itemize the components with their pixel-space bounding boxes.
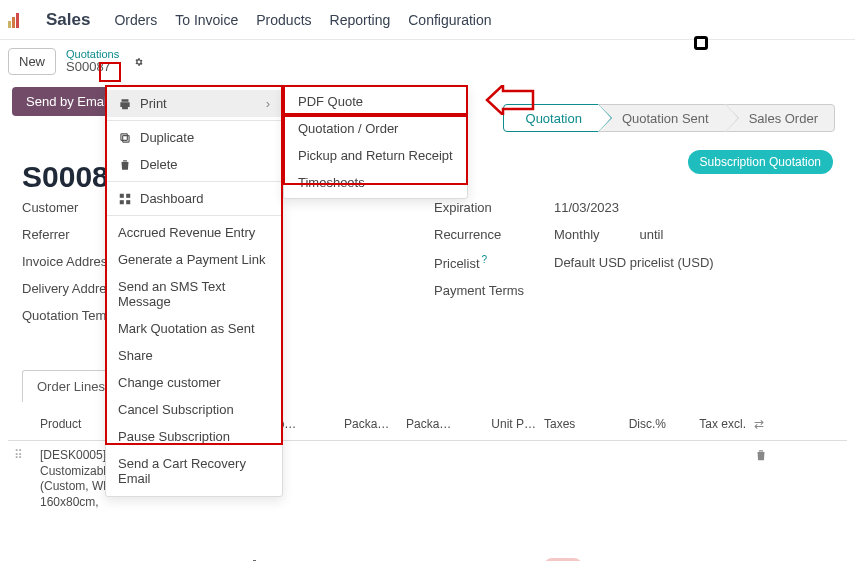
duplicate-icon	[118, 131, 132, 145]
menu-dashboard-label: Dashboard	[140, 191, 204, 206]
nav-reporting[interactable]: Reporting	[330, 12, 391, 28]
menu-share[interactable]: Share	[106, 342, 282, 369]
adjust-columns-icon[interactable]: ⇄	[750, 414, 776, 434]
line-unit-price[interactable]: 750.00	[460, 556, 540, 561]
line-uom[interactable]: Units	[265, 556, 340, 561]
stage-sales-order[interactable]: Sales Order	[726, 104, 835, 132]
svg-rect-3	[126, 193, 130, 197]
col-pack1[interactable]: Packa…	[340, 414, 402, 434]
gear-icon[interactable]	[129, 52, 149, 72]
menu-send-sms[interactable]: Send an SMS Text Message	[106, 273, 282, 315]
pricelist-label: Pricelist?	[434, 254, 554, 271]
breadcrumb: Quotations S00087	[66, 48, 119, 74]
record-title: S0008	[22, 160, 109, 194]
recurrence-value[interactable]: Monthly until	[554, 227, 814, 242]
annotation-arrow-icon	[485, 85, 535, 118]
stage-tracker: Quotation Quotation Sent Sales Order	[503, 104, 835, 132]
pricelist-value[interactable]: Default USD pricelist (USD)	[554, 255, 814, 270]
line-tax-excl: $ 750.00	[670, 556, 750, 561]
menu-mark-sent[interactable]: Mark Quotation as Sent	[106, 315, 282, 342]
nav-orders[interactable]: Orders	[114, 12, 157, 28]
menu-payment-link[interactable]: Generate a Payment Link	[106, 246, 282, 273]
payment-terms-label: Payment Terms	[434, 283, 554, 298]
dashboard-icon	[118, 192, 132, 206]
trash-icon	[118, 158, 132, 172]
svg-rect-5	[126, 200, 130, 204]
menu-print-label: Print	[140, 96, 167, 111]
menu-cancel-subscription[interactable]: Cancel Subscription	[106, 396, 282, 423]
print-submenu: PDF Quote Quotation / Order Pickup and R…	[283, 85, 468, 199]
drag-handle-icon[interactable]: ⠿	[10, 445, 36, 465]
nav-configuration[interactable]: Configuration	[408, 12, 491, 28]
recurrence-plan[interactable]: Monthly	[554, 227, 600, 242]
line-disc[interactable]: 0.00	[600, 556, 670, 561]
chevron-right-icon: ›	[266, 96, 270, 111]
menu-pause-subscription[interactable]: Pause Subscription	[106, 423, 282, 450]
fields-right: Expiration 11/03/2023 Recurrence Monthly…	[434, 200, 814, 310]
nav-to-invoice[interactable]: To Invoice	[175, 12, 238, 28]
recurrence-label: Recurrence	[434, 227, 554, 242]
delete-row-icon[interactable]	[750, 445, 776, 468]
menu-dashboard[interactable]: Dashboard	[106, 185, 282, 212]
help-icon[interactable]: ?	[482, 254, 488, 265]
col-pack2[interactable]: Packa…	[402, 414, 460, 434]
breadcrumb-current: S00087	[66, 60, 119, 74]
menu-print[interactable]: Print ›	[106, 90, 282, 117]
col-disc[interactable]: Disc.%	[600, 414, 670, 434]
svg-rect-1	[121, 133, 127, 139]
line-qty[interactable]: 1.00	[166, 556, 241, 561]
col-unit-price[interactable]: Unit P…	[460, 414, 540, 434]
print-pickup-receipt[interactable]: Pickup and Return Receipt	[284, 142, 467, 169]
print-quotation-order[interactable]: Quotation / Order	[284, 115, 467, 142]
menu-accrued-revenue[interactable]: Accrued Revenue Entry	[106, 219, 282, 246]
forecast-chart-icon[interactable]	[241, 556, 265, 561]
table-row-values[interactable]: Customiza… 1.00 Units 750.00 15% 0.00 $ …	[8, 551, 847, 561]
print-icon	[118, 97, 132, 111]
recurrence-until-label: until	[640, 227, 664, 242]
subscription-badge: Subscription Quotation	[688, 150, 833, 174]
stop-icon[interactable]	[694, 36, 708, 50]
print-pdf-quote[interactable]: PDF Quote	[284, 88, 467, 115]
print-timesheets[interactable]: Timesheets	[284, 169, 467, 196]
menu-duplicate-label: Duplicate	[140, 130, 194, 145]
app-logo-icon	[8, 12, 24, 28]
svg-rect-2	[120, 193, 124, 197]
expiration-value[interactable]: 11/03/2023	[554, 200, 814, 215]
menu-cart-recovery[interactable]: Send a Cart Recovery Email	[106, 450, 282, 492]
line-product[interactable]: Customiza…	[36, 556, 166, 561]
nav-products[interactable]: Products	[256, 12, 311, 28]
col-taxes[interactable]: Taxes	[540, 414, 600, 434]
expiration-label: Expiration	[434, 200, 554, 215]
svg-rect-4	[120, 200, 124, 204]
col-tax-excl[interactable]: Tax excl.	[670, 414, 750, 434]
menu-delete-label: Delete	[140, 157, 178, 172]
new-button[interactable]: New	[8, 48, 56, 75]
menu-delete[interactable]: Delete	[106, 151, 282, 178]
actions-dropdown: Print › Duplicate Delete Dashboard Accru…	[105, 85, 283, 497]
app-name[interactable]: Sales	[46, 10, 90, 30]
svg-rect-0	[123, 135, 129, 141]
breadcrumb-row: New Quotations S00087	[0, 40, 855, 81]
menu-change-customer[interactable]: Change customer	[106, 369, 282, 396]
top-nav: Sales Orders To Invoice Products Reporti…	[0, 0, 855, 40]
stage-quotation-sent[interactable]: Quotation Sent	[599, 104, 726, 132]
menu-duplicate[interactable]: Duplicate	[106, 124, 282, 151]
